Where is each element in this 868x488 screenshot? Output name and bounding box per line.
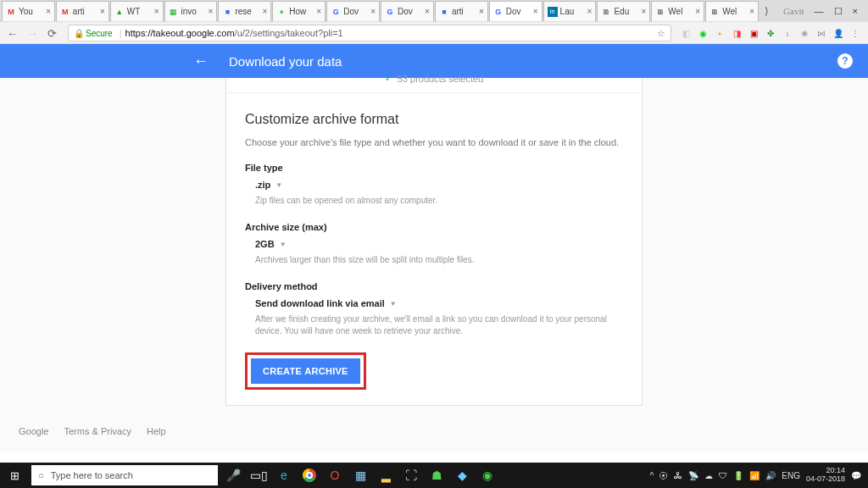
ext-icon[interactable]: ▪ [714,27,726,39]
edge-icon[interactable]: e [271,463,297,488]
app-icon[interactable]: ◆ [449,463,475,488]
mic-icon[interactable]: 🎤 [220,463,246,488]
address-row: ← → ⟳ 🔒Secure | https://takeout.google.c… [0,22,868,44]
taskbar: ⊞ ○Type here to search 🎤 ▭▯ e O ▦ ▂ ⛶ ☗ … [0,463,868,488]
store-icon[interactable]: ⛶ [398,463,424,488]
ext-icon[interactable]: ▣ [748,27,760,39]
ext-icon[interactable]: ◧ [680,27,692,39]
chrome-icon[interactable] [297,463,322,488]
menu-icon[interactable]: ⋮ [849,27,861,39]
close-icon[interactable]: × [587,7,593,16]
close-icon[interactable]: × [370,7,376,16]
app-icon[interactable]: ☗ [424,463,449,488]
explorer-icon[interactable]: ▂ [373,463,398,488]
opera-icon[interactable]: O [322,463,348,488]
ext-icon[interactable]: ✤ [765,27,776,39]
page-title: Download your data [229,54,342,69]
tab-1[interactable]: Marti× [56,1,109,21]
tray-icon[interactable]: 🖸 [659,471,668,480]
header-back-button[interactable]: ← [193,53,209,70]
system-tray: ^ 🖸 🖧 📡 ☁ 🛡 🔋 📶 🔊 ENG 20:14 04-07-2018 💬 [643,467,868,484]
tab-2[interactable]: ▲WT× [110,1,164,21]
tab-5[interactable]: ●How× [272,1,326,21]
delivery-select[interactable]: Send download link via email▼ [245,298,623,308]
tab-6[interactable]: GDov× [326,1,380,21]
tray-icon[interactable]: 🛡 [719,471,727,480]
content: ✓53 products selected Customize archive … [0,78,868,452]
reload-button[interactable]: ⟳ [47,27,59,40]
tab-11[interactable]: 🗎Edu× [597,1,650,21]
close-icon[interactable]: × [749,7,754,16]
close-icon[interactable]: × [154,7,159,16]
back-button[interactable]: ← [7,27,19,40]
close-icon[interactable]: × [479,7,484,16]
tray-icon[interactable]: 🔋 [733,471,743,480]
language-indicator[interactable]: ENG [782,471,800,480]
address-bar[interactable]: 🔒Secure | https://takeout.google.com/u/2… [68,25,671,42]
file-type-select[interactable]: .zip▼ [245,180,623,190]
ext-icon[interactable]: ❀ [798,27,810,39]
close-icon[interactable]: × [100,7,105,16]
tray-chevron-icon[interactable]: ^ [650,471,654,480]
file-type-help: Zip files can be opened on almost any co… [245,195,623,207]
check-icon: ✓ [385,73,392,84]
maximize-button[interactable]: ☐ [834,6,843,17]
close-icon[interactable]: × [262,7,267,16]
minimize-button[interactable]: — [815,6,824,17]
app-icon[interactable]: ◉ [475,463,500,488]
tab-0[interactable]: MYou× [2,1,55,21]
close-icon[interactable]: × [425,7,430,16]
ext-icon[interactable]: ⋈ [815,27,827,39]
tab-12[interactable]: 🗎Wel× [651,1,704,21]
close-window-button[interactable]: × [853,6,858,17]
taskbar-search[interactable]: ○Type here to search [31,465,218,485]
tab-10[interactable]: InLau× [543,1,597,21]
clock[interactable]: 20:14 04-07-2018 [806,467,845,484]
username-label: Gavit [783,6,804,17]
tab-4[interactable]: ■rese× [218,1,271,21]
close-icon[interactable]: × [316,7,321,16]
notifications-icon[interactable]: 💬 [851,471,861,480]
app-icon[interactable]: ▦ [348,463,373,488]
help-button[interactable]: ? [837,53,853,69]
create-archive-button[interactable]: CREATE ARCHIVE [251,358,360,384]
footer-terms[interactable]: Terms & Privacy [64,426,131,436]
taskview-icon[interactable]: ▭▯ [246,463,271,488]
ext-icon[interactable]: ◉ [697,27,709,39]
close-icon[interactable]: × [46,7,51,16]
file-type-field: File type .zip▼ Zip files can be opened … [245,163,623,207]
chevron-down-icon: ▼ [280,241,287,248]
page-icon: 🗎 [601,7,611,17]
close-icon[interactable]: × [641,7,646,16]
tab-3[interactable]: ▦invo× [164,1,218,21]
tab-7[interactable]: GDov× [381,1,434,21]
close-icon[interactable]: × [209,7,214,16]
close-icon[interactable]: × [533,7,538,16]
delivery-help: After we finish creating your archive, w… [245,313,623,337]
drive-icon: ▲ [114,7,125,17]
footer-help[interactable]: Help [147,426,166,436]
profile-icon[interactable]: 👤 [832,27,844,39]
footer-google[interactable]: Google [19,426,48,436]
tray-icon[interactable]: 📡 [688,471,698,480]
new-tab-button[interactable]: ⟩ [760,5,773,17]
tab-8[interactable]: ■arti× [435,1,488,21]
browser-chrome: MYou× Marti× ▲WT× ▦invo× ■rese× ●How× GD… [0,0,868,44]
tray-icon[interactable]: ☁ [704,471,713,480]
downloads-icon[interactable]: ↓ [782,27,793,39]
archive-size-select[interactable]: 2GB▼ [245,239,623,249]
status-row: ✓53 products selected [226,78,642,93]
archive-size-help: Archives larger than this size will be s… [245,254,623,266]
tray-icon[interactable]: 🖧 [674,471,682,480]
bookmark-icon[interactable]: ☆ [657,28,665,39]
start-button[interactable]: ⊞ [0,463,29,488]
ext-icon[interactable]: ◨ [731,27,743,39]
volume-icon[interactable]: 🔊 [765,471,776,480]
archive-card: ✓53 products selected Customize archive … [225,78,643,406]
close-icon[interactable]: × [695,7,700,16]
tab-13[interactable]: 🗎Wel× [705,1,759,21]
docs-icon: ■ [439,7,449,17]
tab-9[interactable]: GDov× [489,1,542,21]
wifi-icon[interactable]: 📶 [749,471,760,480]
chevron-down-icon: ▼ [275,181,282,189]
